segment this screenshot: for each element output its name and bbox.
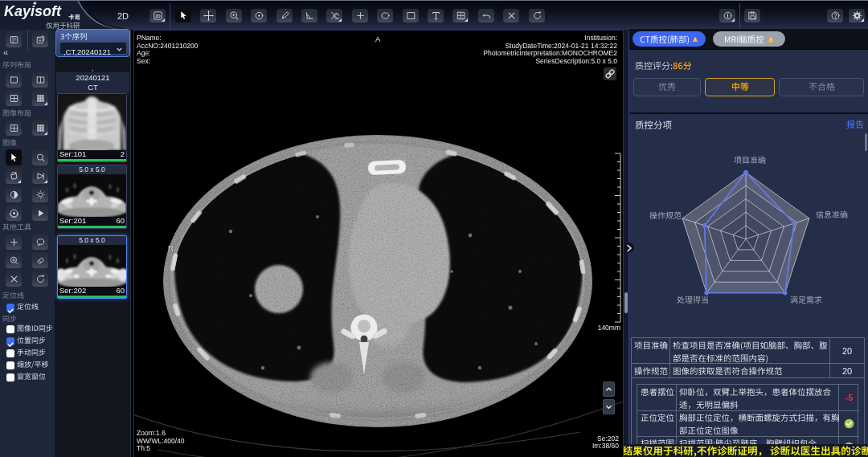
svg-text:2D: 2D <box>155 14 161 18</box>
